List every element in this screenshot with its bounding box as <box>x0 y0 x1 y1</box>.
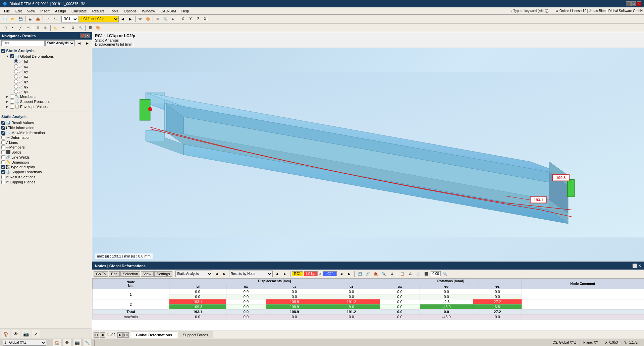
menu-help[interactable]: Help <box>179 8 192 14</box>
tab-support-forces[interactable]: Support Forces <box>178 332 213 338</box>
results-search-btn[interactable]: 🔍 <box>441 270 449 278</box>
lc-selector[interactable]: LC1/p or LC2/p <box>78 16 119 22</box>
menu-view[interactable]: View <box>24 8 38 14</box>
tab-first-btn[interactable]: ⏮ <box>94 332 99 338</box>
tab-global-deformations[interactable]: Global Deformations <box>131 332 177 338</box>
results-by-prev[interactable]: ◀ <box>273 270 281 278</box>
static-analysis-checkbox[interactable] <box>1 49 5 53</box>
lines-cb[interactable] <box>1 140 5 145</box>
uz-radio[interactable] <box>14 74 18 78</box>
member-button[interactable]: ═ <box>24 24 32 32</box>
results-settings2-btn[interactable]: ⚙ <box>388 270 395 278</box>
print-button[interactable]: 🖨 <box>26 15 34 23</box>
zoom-in[interactable]: 🔍 <box>162 15 169 23</box>
lc-prev-button[interactable]: ◀ <box>119 15 126 23</box>
uy-radio[interactable] <box>14 69 18 73</box>
export-button[interactable]: 📤 <box>34 15 42 23</box>
solids-cb[interactable] <box>1 150 5 154</box>
deformation-item-cb[interactable] <box>1 135 5 139</box>
nav-analysis-selector[interactable]: Static Analysis <box>45 40 75 46</box>
redo-button[interactable]: ↪ <box>52 15 59 23</box>
results-expand-btn[interactable]: ⬜ <box>415 270 422 278</box>
open-button[interactable]: 📂 <box>9 15 16 23</box>
select-button[interactable]: ⬚ <box>1 24 9 32</box>
envelope-toggle[interactable]: ▶ <box>6 105 10 108</box>
nav-pin-button[interactable]: 📌 <box>80 34 85 38</box>
annotation-button[interactable]: ✏ <box>59 24 67 32</box>
results-analysis-selector[interactable]: Static Analysis <box>175 271 212 277</box>
show-hide-btn[interactable]: ☰ <box>87 24 94 32</box>
settings-results-btn[interactable]: Settings <box>154 271 172 277</box>
results-copy-btn[interactable]: 📋 <box>398 270 406 278</box>
support-reactions-toggle[interactable]: ▶ <box>6 100 10 103</box>
results-maximize-btn[interactable]: ⬜ <box>632 264 637 268</box>
result-sections-cb[interactable] <box>1 175 5 179</box>
menu-calculate[interactable]: Calculate <box>69 8 90 14</box>
minimize-button[interactable]: — <box>626 1 631 6</box>
nav-bottom-arrow[interactable]: ↗ <box>32 330 40 338</box>
members-item-cb[interactable] <box>1 145 5 149</box>
ux-radio[interactable] <box>14 64 18 68</box>
tab-prev-btn[interactable]: ◀ <box>100 332 105 338</box>
menu-assign[interactable]: Assign <box>52 8 69 14</box>
goto-btn[interactable]: Go To <box>94 271 108 277</box>
members-toggle[interactable]: ▶ <box>6 95 10 98</box>
menu-file[interactable]: File <box>1 8 13 14</box>
table-row[interactable]: 2 193.1 0.0 108.9 191.2 0.0 -2.3 27.2 <box>93 299 644 304</box>
view-btn[interactable]: View <box>141 271 154 277</box>
results-sync-btn[interactable]: 🔗 <box>364 270 371 278</box>
menu-cad-bim[interactable]: CAD-BIM <box>158 8 178 14</box>
members-checkbox[interactable] <box>10 95 14 99</box>
status-btn-1[interactable]: 🏠 <box>53 339 61 346</box>
results-prev-btn[interactable]: ◀ <box>213 270 220 278</box>
global-deformations-checkbox[interactable] <box>10 54 14 58</box>
menu-results[interactable]: Results <box>90 8 107 14</box>
phiy-radio[interactable] <box>14 84 18 89</box>
line-welds-cb[interactable] <box>1 155 5 159</box>
close-button[interactable]: ✕ <box>637 1 641 6</box>
table-row[interactable]: 1 0.0 0.0 0.0 0.0 0.0 0.0 0.0 <box>93 289 644 294</box>
rc-selector[interactable]: RC1 <box>61 16 78 22</box>
nav-bottom-home[interactable]: 🏠 <box>2 330 9 338</box>
x1-axis-btn[interactable]: X1 <box>202 15 210 23</box>
results-export-btn[interactable]: 📤 <box>372 270 379 278</box>
y-axis-btn[interactable]: Y <box>187 15 194 23</box>
results-collapse-btn[interactable]: ⬛ <box>423 270 430 278</box>
save-button[interactable]: 💾 <box>17 15 24 23</box>
title-info-cb[interactable] <box>1 126 5 130</box>
rotate-button[interactable]: ↻ <box>169 15 177 23</box>
menu-tools[interactable]: Tools <box>107 8 121 14</box>
node-button[interactable]: • <box>9 24 16 32</box>
support-reactions-item-cb[interactable] <box>1 170 5 174</box>
maximize-button[interactable]: □ <box>631 1 636 6</box>
nav-prev-btn[interactable]: ◀ <box>75 40 83 47</box>
results-print-btn[interactable]: 🖨 <box>407 270 414 278</box>
results-next-btn[interactable]: ▶ <box>221 270 228 278</box>
filter-button[interactable]: ⚙ <box>69 24 76 32</box>
dimension-cb[interactable] <box>1 160 5 164</box>
menu-edit[interactable]: Edit <box>13 8 24 14</box>
results-lc-prev[interactable]: ◀ <box>337 270 345 278</box>
undo-button[interactable]: ↩ <box>44 15 51 23</box>
display-toggle[interactable]: 👁 <box>137 15 144 23</box>
color-btn[interactable]: 🎨 <box>94 24 102 32</box>
results-table-wrapper[interactable]: NodeNo. Displacements [mm] Rotations [mr… <box>92 278 644 331</box>
u-radio[interactable] <box>14 59 18 63</box>
menu-options[interactable]: Options <box>121 8 139 14</box>
selection-btn[interactable]: Selection <box>120 271 140 277</box>
nav-next-btn[interactable]: ▶ <box>84 40 91 47</box>
status-btn-2[interactable]: 👁 <box>63 339 71 346</box>
new-button[interactable]: 📄 <box>1 15 9 23</box>
nav-bottom-camera[interactable]: 📷 <box>22 330 30 338</box>
results-by-selector[interactable]: Results by Node <box>229 271 273 277</box>
snap-grid[interactable]: ⊞ <box>34 24 42 32</box>
snap-node[interactable]: ◎ <box>42 24 49 32</box>
results-lc-next[interactable]: ▶ <box>345 270 353 278</box>
menu-window[interactable]: Window <box>139 8 158 14</box>
coord-system-selector[interactable]: 1 - Global XYZ <box>3 340 46 346</box>
results-filter-btn[interactable]: 🔍 <box>380 270 387 278</box>
nav-search-input[interactable] <box>1 40 45 46</box>
status-btn-3[interactable]: 📷 <box>73 339 81 346</box>
result-values-cb[interactable] <box>1 121 5 125</box>
viewport-3d[interactable]: 109.3 193.1 max |u| : 193.1 | min |u| : … <box>92 48 644 262</box>
